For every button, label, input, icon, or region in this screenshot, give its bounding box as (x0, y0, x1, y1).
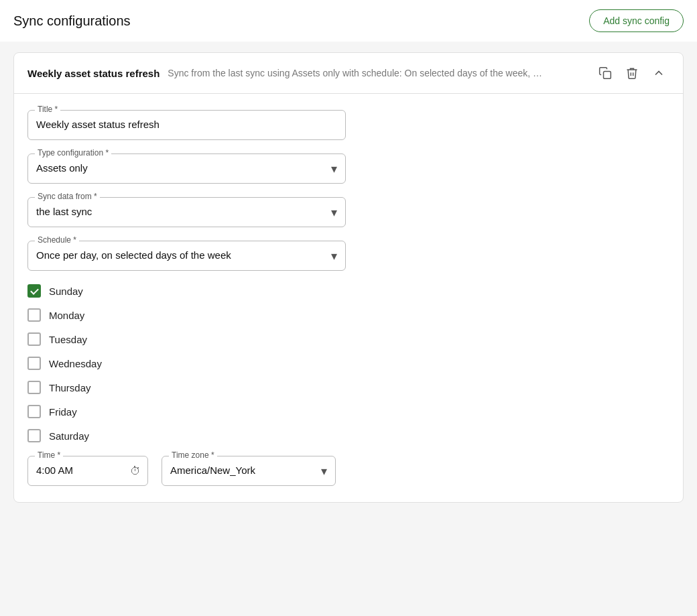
day-row-saturday: Saturday (27, 429, 670, 442)
time-label: Time * (35, 450, 63, 460)
title-field-group: Title * (27, 110, 670, 140)
type-config-label: Type configuration * (35, 148, 111, 158)
clock-icon: ⏱ (130, 465, 141, 477)
schedule-select[interactable]: Schedule * Once per day, on selected day… (27, 241, 346, 271)
checkbox-friday[interactable] (27, 405, 41, 418)
collapse-button[interactable] (648, 62, 670, 84)
timezone-select[interactable]: Time zone * America/New_York ▾ (162, 456, 336, 486)
day-label-thursday: Thursday (49, 382, 91, 393)
schedule-label: Schedule * (35, 235, 79, 245)
schedule-field-group: Schedule * Once per day, on selected day… (27, 241, 670, 271)
type-config-field-group: Type configuration * Assets only ▾ (27, 153, 670, 184)
type-config-value: Assets only (36, 160, 318, 176)
checkbox-wednesday[interactable] (27, 357, 41, 370)
timezone-label: Time zone * (169, 450, 217, 460)
day-row-wednesday: Wednesday (27, 357, 670, 370)
sync-data-value: the last sync (36, 203, 318, 220)
title-field-wrapper: Title * (27, 110, 346, 140)
day-row-thursday: Thursday (27, 381, 670, 394)
day-row-sunday: Sunday (27, 284, 670, 298)
title-input[interactable] (36, 116, 337, 133)
day-label-tuesday: Tuesday (49, 334, 87, 345)
config-card-body: Title * Type configuration * Assets only… (14, 94, 683, 502)
delete-button[interactable] (621, 62, 643, 84)
config-card: Weekly asset status refresh Sync from th… (13, 52, 684, 503)
day-row-monday: Monday (27, 308, 670, 322)
config-card-actions (594, 62, 670, 84)
day-label-sunday: Sunday (49, 286, 83, 297)
sync-data-field-group: Sync data from * the last sync ▾ (27, 197, 670, 227)
time-field-wrapper: Time * 4:00 AM ⏱ (27, 456, 148, 486)
time-value: 4:00 AM (36, 462, 121, 479)
svg-rect-0 (604, 72, 611, 79)
sync-data-label: Sync data from * (35, 192, 100, 201)
title-label: Title * (35, 105, 60, 114)
schedule-value: Once per day, on selected days of the we… (36, 247, 318, 263)
checkbox-thursday[interactable] (27, 381, 41, 394)
config-card-header: Weekly asset status refresh Sync from th… (14, 53, 683, 94)
timezone-value: America/New_York (170, 462, 308, 479)
day-label-monday: Monday (49, 310, 84, 321)
page-header: Sync configurations Add sync config (0, 0, 697, 42)
sync-data-arrow-icon: ▾ (331, 205, 337, 220)
config-card-title: Weekly asset status refresh (27, 68, 160, 79)
day-row-tuesday: Tuesday (27, 332, 670, 346)
checkbox-tuesday[interactable] (27, 332, 41, 346)
day-label-saturday: Saturday (49, 430, 89, 442)
schedule-arrow-icon: ▾ (331, 249, 337, 263)
time-zone-row: Time * 4:00 AM ⏱ Time zone * America/New… (27, 456, 670, 486)
checkbox-monday[interactable] (27, 308, 41, 322)
days-section: SundayMondayTuesdayWednesdayThursdayFrid… (27, 284, 670, 442)
type-config-select[interactable]: Type configuration * Assets only ▾ (27, 153, 346, 184)
add-sync-config-button[interactable]: Add sync config (589, 9, 684, 32)
checkbox-saturday[interactable] (27, 429, 41, 442)
main-content: Weekly asset status refresh Sync from th… (0, 42, 697, 513)
timezone-arrow-icon: ▾ (321, 464, 327, 479)
sync-data-select[interactable]: Sync data from * the last sync ▾ (27, 197, 346, 227)
day-label-friday: Friday (49, 406, 77, 418)
config-card-subtitle: Sync from the last sync using Assets onl… (168, 68, 594, 78)
checkbox-sunday[interactable] (27, 284, 41, 298)
type-config-arrow-icon: ▾ (331, 162, 337, 176)
copy-button[interactable] (594, 62, 616, 84)
day-row-friday: Friday (27, 405, 670, 418)
day-label-wednesday: Wednesday (49, 358, 102, 369)
page-title: Sync configurations (13, 13, 131, 29)
